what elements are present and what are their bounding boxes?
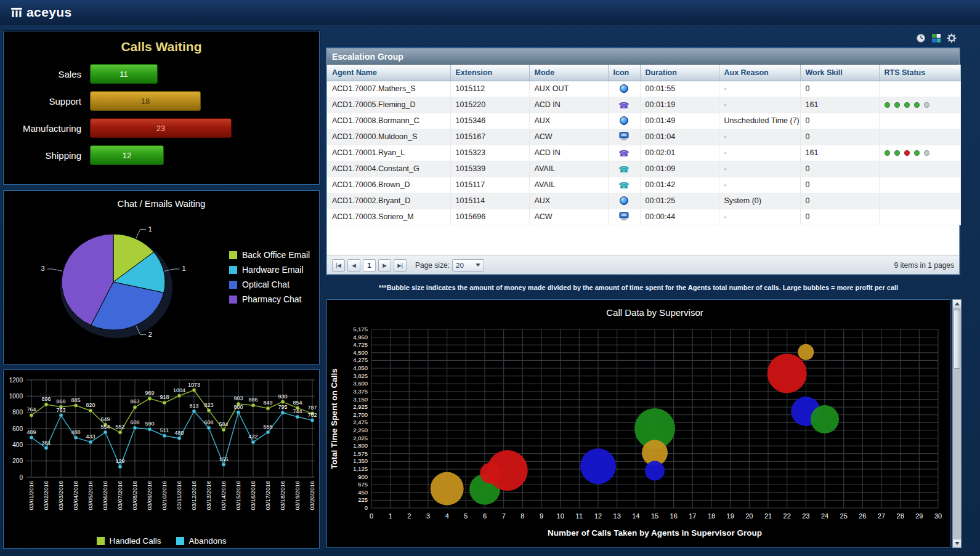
svg-text:03/04/2016: 03/04/2016	[72, 481, 79, 510]
column-header-extension[interactable]: Extension	[450, 65, 529, 81]
column-header-work-skill[interactable]: Work Skill	[800, 65, 879, 81]
svg-text:7: 7	[502, 512, 506, 520]
svg-text:1,350: 1,350	[353, 457, 368, 464]
items-summary: 9 items in 1 pages	[894, 261, 954, 270]
extension-cell: 1015339	[450, 161, 529, 177]
bubble-note: ***Bubble size indicates the amount of m…	[326, 284, 950, 291]
legend-item: Hardware Email	[229, 265, 310, 275]
monitor-icon	[619, 132, 629, 140]
aux-reason-cell: -	[719, 161, 800, 177]
svg-text:3: 3	[41, 265, 44, 272]
aux-ball-icon	[620, 196, 628, 205]
aux-reason-cell: -	[719, 97, 800, 113]
duration-cell: 00:02:01	[640, 145, 719, 161]
svg-text:03/14/2016: 03/14/2016	[220, 481, 227, 510]
table-row[interactable]: ACD1.70000.Muldoon_S1015167ACW00:01:04-0	[327, 129, 960, 145]
escalation-group-panel: Escalation Group Agent NameExtensionMode…	[326, 48, 960, 275]
icon-cell	[608, 209, 640, 225]
calls-waiting-row: Manufacturing23	[4, 116, 319, 140]
column-header-duration[interactable]: Duration	[640, 65, 719, 81]
legend-swatch	[97, 537, 105, 545]
table-row[interactable]: ACD1.70004.Constant_G1015339AVAIL☎00:01:…	[327, 161, 960, 177]
table-row[interactable]: ACD1.70002.Bryant_D1015114AUX00:01:25Sys…	[327, 193, 960, 209]
svg-text:608: 608	[204, 419, 213, 425]
scroll-up-button[interactable]	[953, 300, 961, 308]
svg-text:702: 702	[307, 412, 317, 418]
table-row[interactable]: ACD1.70008.Bormann_C1015346AUX00:01:49Un…	[327, 113, 960, 129]
rts-dot-green	[904, 102, 910, 108]
work-skill-cell: 0	[800, 209, 879, 225]
scroll-down-button[interactable]	[953, 539, 961, 547]
calls-waiting-rows: Sales11Support18Manufacturing23Shipping1…	[4, 54, 319, 167]
clock-icon[interactable]	[916, 33, 926, 43]
svg-text:823: 823	[204, 402, 213, 408]
table-row[interactable]: ACD1.70001.Ryan_L1015323ACD IN☎00:02:01-…	[327, 145, 960, 161]
calls-waiting-row: Shipping12	[4, 143, 319, 167]
svg-text:03/17/2016: 03/17/2016	[264, 481, 271, 510]
svg-text:2,025: 2,025	[353, 435, 368, 441]
table-row[interactable]: ACD1.70006.Brown_D1015117AVAIL☎00:01:42-…	[327, 177, 960, 193]
icon-cell: ☎	[608, 161, 640, 177]
svg-text:600: 600	[12, 425, 23, 432]
aux-reason-cell: System (0)	[719, 193, 800, 209]
rts-dot-green	[894, 150, 900, 156]
svg-text:03/02/2016: 03/02/2016	[43, 481, 49, 510]
column-header-mode[interactable]: Mode	[529, 65, 608, 81]
svg-text:Call Data by Supervisor: Call Data by Supervisor	[606, 307, 703, 318]
vertical-scrollbar[interactable]	[952, 299, 962, 548]
svg-text:18: 18	[708, 512, 715, 520]
column-header-aux-reason[interactable]: Aux Reason	[719, 65, 800, 81]
legend-swatch	[229, 251, 237, 259]
svg-text:5,175: 5,175	[353, 326, 368, 332]
svg-text:969: 969	[145, 390, 154, 396]
legend-swatch	[229, 296, 237, 304]
agent-name-cell: ACD1.70005.Fleming_D	[327, 97, 450, 113]
agent-name-cell: ACD1.70006.Brown_D	[327, 177, 450, 193]
pager: |◀ ◀ 1 ▶ ▶| Page size: 20 9 items in 1 p…	[327, 256, 959, 274]
svg-text:15: 15	[651, 512, 658, 520]
svg-text:863: 863	[130, 398, 139, 405]
legend-item: Abandons	[176, 536, 227, 546]
first-page-button[interactable]: |◀	[332, 259, 345, 272]
prev-page-button[interactable]: ◀	[347, 259, 360, 272]
next-page-button[interactable]: ▶	[378, 259, 391, 272]
svg-text:584: 584	[219, 421, 228, 427]
rts-dot-gray	[924, 102, 929, 108]
svg-text:129: 129	[115, 458, 124, 464]
svg-text:27: 27	[878, 512, 885, 520]
svg-text:432: 432	[248, 433, 257, 440]
svg-text:0: 0	[365, 504, 368, 511]
svg-text:03/15/2016: 03/15/2016	[235, 481, 241, 510]
svg-text:3,375: 3,375	[353, 388, 368, 395]
page-number-button[interactable]: 1	[363, 259, 376, 272]
svg-text:763: 763	[56, 407, 65, 413]
legend-label: Back Office Email	[242, 250, 310, 260]
column-header-agent-name[interactable]: Agent Name	[327, 65, 450, 81]
table-row[interactable]: ACD1.70003.Soriero_M1015696ACW00:00:44-0	[327, 209, 960, 225]
svg-text:1: 1	[182, 265, 186, 272]
svg-text:433: 433	[86, 433, 95, 440]
scrollbar-thumb[interactable]	[954, 310, 960, 369]
svg-text:17: 17	[689, 512, 696, 520]
svg-text:3: 3	[426, 512, 430, 520]
page-size-select[interactable]: 20	[452, 259, 484, 272]
duration-cell: 00:00:44	[640, 209, 719, 225]
extension-cell: 1015220	[450, 97, 529, 113]
svg-text:28: 28	[897, 512, 904, 520]
rts-dot-green	[914, 150, 920, 156]
gear-icon[interactable]	[947, 33, 957, 43]
rts-dot-gray	[924, 150, 929, 156]
column-header-icon[interactable]: Icon	[608, 65, 640, 81]
table-row[interactable]: ACD1.70005.Fleming_D1015220ACD IN☎00:01:…	[327, 97, 960, 113]
table-row[interactable]: ACD1.70007.Mathers_S1015112AUX OUT00:01:…	[327, 81, 960, 97]
column-header-rts-status[interactable]: RTS Status	[879, 65, 960, 81]
aux-reason-cell: -	[719, 177, 800, 193]
rts-status-cell	[879, 129, 960, 145]
table-header-row: Agent NameExtensionModeIconDurationAux R…	[327, 65, 960, 81]
extension-cell: 1015112	[450, 81, 529, 97]
aux-reason-cell: -	[719, 209, 800, 225]
export-icon[interactable]	[931, 33, 941, 43]
agent-name-cell: ACD1.70001.Ryan_L	[327, 145, 450, 161]
last-page-button[interactable]: ▶|	[394, 259, 407, 272]
legend-label: Hardware Email	[242, 265, 304, 275]
